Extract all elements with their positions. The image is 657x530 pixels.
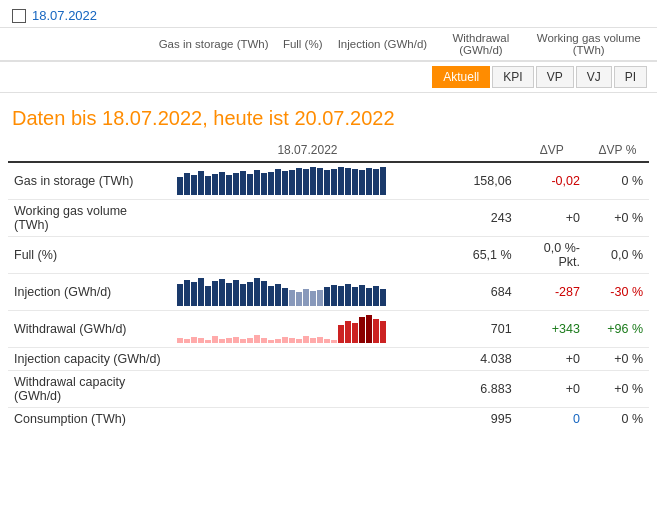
delta-injection: -287	[518, 274, 586, 311]
bar	[240, 171, 246, 195]
bar	[219, 279, 225, 306]
tab-vp[interactable]: VP	[536, 66, 574, 88]
bar	[212, 174, 218, 195]
bar	[380, 167, 386, 195]
table-row: Full (%) 65,1 % 0,0 %-Pkt. 0,0 %	[8, 237, 649, 274]
chart-working-gas	[171, 200, 444, 237]
row-label-gas-storage: Gas in storage (TWh)	[8, 162, 171, 200]
bar	[282, 337, 288, 343]
delta-with-cap: +0	[518, 371, 586, 408]
bar	[324, 287, 330, 306]
bar	[359, 170, 365, 195]
bar	[310, 338, 316, 343]
bar	[212, 281, 218, 306]
bar	[345, 321, 351, 343]
bar	[247, 174, 253, 195]
chart-inj-cap	[171, 348, 444, 371]
bar	[303, 289, 309, 306]
checkbox-icon[interactable]	[12, 9, 26, 23]
delta-working-gas: +0	[518, 200, 586, 237]
col-injection[interactable]: Injection (GWh/d)	[336, 38, 430, 50]
bar	[289, 170, 295, 195]
table-row: Gas in storage (TWh)	[8, 162, 649, 200]
bar	[359, 317, 365, 343]
bar	[205, 286, 211, 306]
chart-gas-storage	[171, 162, 444, 200]
bar	[191, 337, 197, 343]
col-full[interactable]: Full (%)	[270, 38, 336, 50]
bar	[184, 339, 190, 343]
bar	[254, 335, 260, 343]
bar	[366, 288, 372, 306]
bar	[261, 338, 267, 343]
bar	[317, 290, 323, 306]
bar	[254, 170, 260, 195]
tab-kpi[interactable]: KPI	[492, 66, 533, 88]
bar	[191, 175, 197, 195]
row-label-consumption: Consumption (TWh)	[8, 408, 171, 431]
tab-area: Aktuell KPI VP VJ PI	[0, 62, 657, 93]
bar	[268, 340, 274, 343]
tab-pi[interactable]: PI	[614, 66, 647, 88]
delta-pct-consumption: 0 %	[586, 408, 649, 431]
bar	[275, 284, 281, 306]
bar	[310, 291, 316, 306]
bar	[324, 170, 330, 195]
bar	[296, 292, 302, 306]
table-row: Injection (GWh/d)	[8, 274, 649, 311]
table-row: Consumption (TWh) 995 0 0 %	[8, 408, 649, 431]
bar	[373, 169, 379, 195]
delta-pct-working-gas: +0 %	[586, 200, 649, 237]
bar	[247, 282, 253, 306]
col-withdrawal[interactable]: Withdrawal (GWh/d)	[429, 32, 532, 56]
delta-gas-storage: -0,02	[518, 162, 586, 200]
bar	[282, 288, 288, 306]
value-injection: 684	[444, 274, 518, 311]
bar	[345, 284, 351, 306]
bar	[303, 336, 309, 343]
bar	[226, 338, 232, 343]
bar	[366, 315, 372, 343]
bar	[296, 168, 302, 195]
bar	[233, 280, 239, 306]
chart-full	[171, 237, 444, 274]
col-gas-storage[interactable]: Gas in storage (TWh)	[157, 38, 270, 50]
bar	[198, 338, 204, 343]
chart-consumption	[171, 408, 444, 431]
bar	[289, 290, 295, 306]
value-inj-cap: 4.038	[444, 348, 518, 371]
delta-withdrawal: +343	[518, 311, 586, 348]
column-headers: Gas in storage (TWh) Full (%) Injection …	[0, 28, 657, 62]
header-date: 18.07.2022	[32, 8, 97, 23]
top-header: 18.07.2022	[0, 0, 657, 28]
bar	[373, 319, 379, 343]
bar	[380, 289, 386, 306]
bar	[226, 175, 232, 195]
value-gas-storage: 158,06	[444, 162, 518, 200]
bar	[338, 286, 344, 306]
row-label-full: Full (%)	[8, 237, 171, 274]
delta-consumption: 0	[518, 408, 586, 431]
tab-aktuell[interactable]: Aktuell	[432, 66, 490, 88]
bar	[331, 169, 337, 195]
delta-pct-inj-cap: +0 %	[586, 348, 649, 371]
bar	[177, 338, 183, 343]
bar	[296, 339, 302, 343]
bar	[240, 284, 246, 306]
delta-pct-full: 0,0 %	[586, 237, 649, 274]
bar	[352, 287, 358, 306]
bar	[184, 280, 190, 306]
tab-vj[interactable]: VJ	[576, 66, 612, 88]
col-working-gas[interactable]: Working gas volume (TWh)	[532, 32, 645, 56]
bar	[219, 172, 225, 195]
value-withdrawal: 701	[444, 311, 518, 348]
bar	[331, 340, 337, 343]
table-header-row: 18.07.2022 ΔVP ΔVP %	[8, 140, 649, 162]
bar	[240, 339, 246, 343]
bar	[212, 336, 218, 343]
data-table: 18.07.2022 ΔVP ΔVP % Gas in storage (TWh…	[8, 140, 649, 430]
bar	[345, 168, 351, 195]
delta-inj-cap: +0	[518, 348, 586, 371]
bar	[198, 171, 204, 195]
bar	[373, 286, 379, 306]
